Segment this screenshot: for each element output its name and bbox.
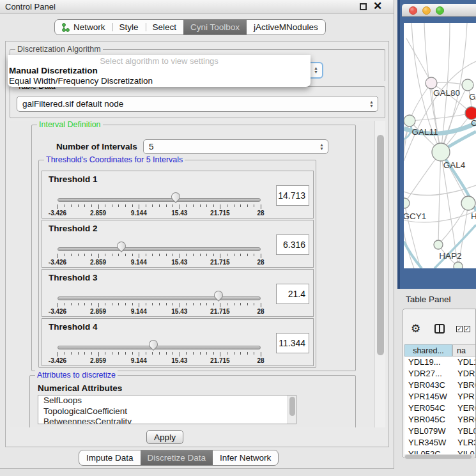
algorithm-option-equal-width[interactable]: Equal Width/Frequency Discretization <box>9 76 153 86</box>
table-row[interactable]: YBR043CYBR0 <box>404 380 475 391</box>
close-light-icon[interactable] <box>409 6 417 15</box>
combo-arrows-icon: ▲▼ <box>319 140 324 153</box>
threshold-4-slider-thumb[interactable] <box>148 338 160 351</box>
table-data-combobox[interactable]: galFiltered.sif default node ▲▼ <box>17 96 378 112</box>
table-data-group: Table Data galFiltered.sif default node … <box>10 86 385 118</box>
threshold-2-value-field[interactable]: 6.316 <box>276 234 309 255</box>
network-edge[interactable] <box>438 152 441 245</box>
threshold-4-label: Threshold 4 <box>49 322 98 332</box>
table-panel-title: Table Panel <box>406 295 451 304</box>
tab-label: jActiveMNodules <box>254 22 318 32</box>
table-row[interactable]: YIL052CYIL0 <box>404 449 475 454</box>
bottom-tab-discretize-data[interactable]: Discretize Data <box>141 450 213 465</box>
float-icon[interactable] <box>360 3 367 10</box>
cell-name: YPR1 <box>457 392 475 401</box>
control-panel-titlebar: Control Panel ✕ <box>0 0 394 14</box>
network-node[interactable] <box>426 77 437 89</box>
threshold-2-slider-thumb[interactable] <box>115 240 128 252</box>
network-node[interactable] <box>465 107 476 119</box>
table-row[interactable]: YBR045CYBR0 <box>404 414 475 426</box>
network-node-label: GAL80 <box>433 88 460 98</box>
panel-vertical-scrollbar[interactable] <box>374 121 385 427</box>
threshold-4-value-field[interactable]: 11.344 <box>276 333 309 353</box>
thresholds-group: Threshold's Coordinates for 5 Intervals … <box>38 160 316 368</box>
tab-select[interactable]: Select <box>146 20 184 35</box>
network-node[interactable] <box>454 262 463 268</box>
tab-jactivemnodules[interactable]: jActiveMNodules <box>247 20 325 35</box>
cell-shared-name: YBL079W <box>408 426 446 436</box>
network-node-label: H <box>471 211 476 221</box>
threshold-1-value-field[interactable]: 14.713 <box>276 185 309 206</box>
number-of-intervals-combobox[interactable]: 5 ▲▼ <box>143 139 328 154</box>
tab-style[interactable]: Style <box>112 20 146 35</box>
cell-shared-name: YLR345W <box>408 438 446 447</box>
threshold-3-panel: Threshold 3-3.4262.8599.14415.4321.71528… <box>42 269 314 317</box>
bottom-tab-infer-network[interactable]: Infer Network <box>213 450 278 465</box>
cell-shared-name: YIL052C <box>408 449 441 454</box>
checkbox-icon[interactable]: ✓ <box>456 326 463 332</box>
top-tab-strip: NetworkStyleSelectCyni ToolboxjActiveMNo… <box>54 19 326 35</box>
network-edge[interactable] <box>406 38 431 83</box>
cell-name: YIL0 <box>457 449 475 454</box>
network-edge[interactable] <box>410 83 431 121</box>
network-edge[interactable] <box>410 113 472 121</box>
column-header-shared-name[interactable]: shared... <box>404 344 452 357</box>
gear-icon[interactable]: ⚙ <box>411 322 420 335</box>
table-row[interactable]: YPR145WYPR1 <box>404 391 475 403</box>
threshold-3-slider[interactable] <box>58 296 261 300</box>
threshold-3-slider-thumb[interactable] <box>212 289 225 302</box>
close-icon[interactable]: ✕ <box>373 0 382 13</box>
threshold-2-slider[interactable] <box>58 247 261 251</box>
table-horizontal-scrollbar[interactable] <box>404 454 475 459</box>
network-canvas[interactable]: GAL80GACGAL11GAL4GCY1HHAP2 <box>404 23 476 268</box>
threshold-4-slider[interactable] <box>58 346 261 349</box>
cell-name: YBR0 <box>457 380 475 390</box>
network-node[interactable] <box>462 79 473 91</box>
network-node[interactable] <box>434 240 443 249</box>
split-columns-icon[interactable] <box>434 324 445 334</box>
table-scroll-thumb[interactable] <box>405 455 472 459</box>
network-node-label: GA <box>469 92 476 102</box>
table-panel: ⚙ ✓ ✓ shared... na YDL19...YDL1YDR27...Y… <box>402 309 476 458</box>
attribute-list-item[interactable]: SelfLoops <box>38 395 296 406</box>
threshold-1-slider[interactable] <box>58 198 261 202</box>
attribute-list-item[interactable]: BetweennessCentrality <box>38 417 296 424</box>
network-node[interactable] <box>461 196 475 210</box>
threshold-3-value-field[interactable]: 21.4 <box>276 284 309 304</box>
network-node[interactable] <box>404 198 410 208</box>
network-edge[interactable] <box>404 121 410 203</box>
checkbox-icon[interactable]: ✓ <box>464 326 470 332</box>
tab-label: Style <box>119 22 139 32</box>
network-node[interactable] <box>404 115 415 127</box>
tab-cyni-toolbox[interactable]: Cyni Toolbox <box>183 20 247 35</box>
table-row[interactable]: YER054CYER0 <box>404 403 475 414</box>
threshold-1-slider-thumb[interactable] <box>169 190 182 203</box>
table-row[interactable]: YDL19...YDL1 <box>404 357 475 368</box>
cell-name: YER0 <box>457 403 475 413</box>
minimize-light-icon[interactable] <box>422 6 431 15</box>
network-node[interactable] <box>432 143 450 161</box>
table-row[interactable]: YLR345WYLR3 <box>404 437 475 449</box>
column-header-name[interactable]: na <box>452 344 475 357</box>
bottom-tab-impute-data[interactable]: Impute Data <box>79 450 141 465</box>
attributes-list-scroll-thumb[interactable] <box>289 397 295 416</box>
node-table[interactable]: shared... na YDL19...YDL1YDR27...YDR2YBR… <box>404 344 475 454</box>
algorithm-option-manual[interactable]: Manual Discretization <box>9 66 98 75</box>
zoom-light-icon[interactable] <box>436 6 444 15</box>
tab-network[interactable]: Network <box>55 20 112 35</box>
table-data-value: galFiltered.sif default node <box>22 96 123 111</box>
cell-name: YBL0 <box>457 426 475 436</box>
table-row[interactable]: YDR27...YDR2 <box>404 368 475 380</box>
network-node-label: GCY1 <box>404 211 426 221</box>
control-panel-title: Control Panel <box>5 2 56 12</box>
cell-shared-name: YER054C <box>408 403 445 413</box>
numerical-attributes-list[interactable]: SelfLoopsTopologicalCoefficientBetweenne… <box>38 395 296 424</box>
table-row[interactable]: YBL079WYBL0 <box>404 426 475 437</box>
attributes-list-scrollbar[interactable] <box>288 395 296 424</box>
attribute-list-item[interactable]: TopologicalCoefficient <box>38 406 296 417</box>
threshold-1-panel: Threshold 1-3.4262.8599.14415.4321.71528… <box>42 171 314 219</box>
network-node-label: HAP2 <box>439 251 461 261</box>
panel-scroll-thumb[interactable] <box>377 135 384 355</box>
apply-button[interactable]: Apply <box>146 430 183 444</box>
cell-name: YLR3 <box>457 438 475 447</box>
